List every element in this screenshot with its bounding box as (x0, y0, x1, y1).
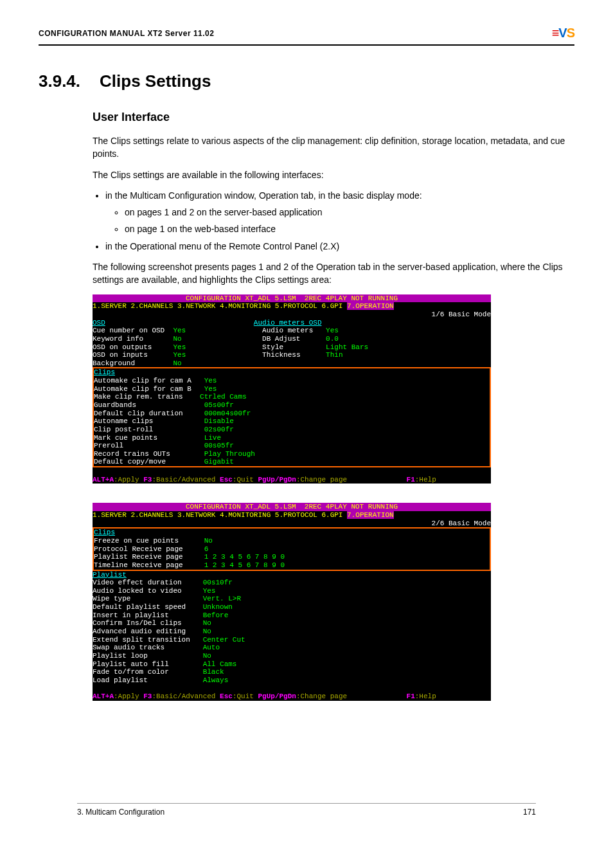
evs-logo: ≡VS (552, 26, 574, 41)
term-footer-keys: ALT+A:Apply F3:Basic/Advanced Esc:Quit P… (93, 692, 491, 701)
paragraph: The Clips settings relate to various asp… (93, 134, 574, 161)
page-header: CONFIGURATION MANUAL XT2 Server 11.02 ≡V… (39, 26, 574, 46)
term-mode: 2/6 Basic Mode (93, 520, 491, 528)
section-title: Clips Settings (100, 71, 211, 91)
list-item: on page 1 on the web-based interface (125, 222, 574, 235)
header-title: CONFIGURATION MANUAL XT2 Server 11.02 (39, 29, 214, 38)
footer-left: 3. Multicam Configuration (77, 808, 164, 817)
page-footer: 3. Multicam Configuration 171 (77, 803, 536, 817)
term-tabs: 1.SERVER 2.CHANNELS 3.NETWORK 4.MONITORI… (93, 302, 491, 311)
bullet-list: in the Multicam Configuration window, Op… (93, 189, 574, 253)
term-title: CONFIGURATION XT_ADL 5.LSM 2REC 4PLAY NO… (93, 503, 491, 511)
list-item: in the Operational menu of the Remote Co… (105, 240, 574, 253)
list-item: in the Multicam Configuration window, Op… (105, 189, 574, 236)
footer-page-number: 171 (523, 808, 536, 817)
section-number: 3.9.4. (39, 71, 80, 91)
term-footer-keys: ALT+A:Apply F3:Basic/Advanced Esc:Quit P… (93, 476, 491, 484)
terminal-screenshot-2: CONFIGURATION XT_ADL 5.LSM 2REC 4PLAY NO… (93, 503, 491, 700)
paragraph: The Clips settings are available in the … (93, 168, 574, 181)
clips-highlight-box: Clips Automake clip for cam A Yes Automa… (93, 367, 491, 467)
list-item: on pages 1 and 2 on the server-based app… (125, 206, 574, 219)
paragraph: The following screenshot presents pages … (93, 260, 574, 287)
clips-highlight-box: Clips Freeze on cue points No Protocol R… (93, 527, 491, 570)
sub-heading: User Interface (93, 111, 574, 124)
term-mode: 1/6 Basic Mode (93, 311, 491, 319)
terminal-screenshot-1: CONFIGURATION XT_ADL 5.LSM 2REC 4PLAY NO… (93, 294, 491, 484)
term-tabs: 1.SERVER 2.CHANNELS 3.NETWORK 4.MONITORI… (93, 511, 491, 520)
term-title: CONFIGURATION XT_ADL 5.LSM 2REC 4PLAY NO… (93, 294, 491, 303)
section-heading: 3.9.4.Clips Settings (39, 71, 574, 91)
